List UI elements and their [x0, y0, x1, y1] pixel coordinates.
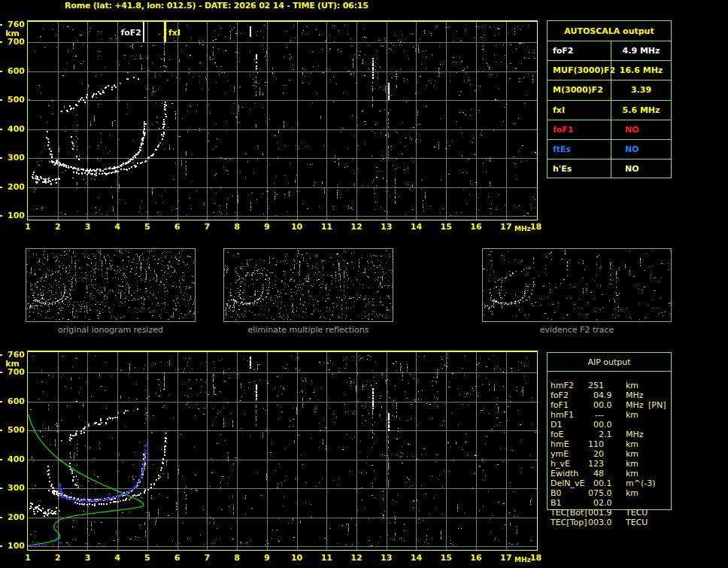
- aip-param-value-frac: .9: [604, 508, 612, 518]
- aip-param-value: 075: [588, 488, 604, 498]
- aip-row-hmf1: hmF1---km: [547, 410, 671, 420]
- aip-row-fof2: foF204.9MHz: [547, 390, 671, 400]
- y-tick-label: 700: [0, 367, 25, 377]
- aip-row-b1: B102.0: [547, 498, 671, 508]
- y-axis-edge-tick: [0, 41, 2, 43]
- autoscala-row-label: foF2: [548, 41, 611, 60]
- y-axis-edge-tick: [0, 545, 2, 547]
- aip-param-unit: km: [626, 410, 639, 420]
- aip-param-name: h_vE: [551, 459, 570, 469]
- autoscala-row-value: 4.9 MHz: [611, 41, 671, 60]
- aip-param-name: DelN_vE: [551, 478, 584, 488]
- autoscala-row-h-es: h'EsNO: [548, 159, 671, 178]
- x-tick-label: 2: [55, 222, 61, 232]
- autoscala-row-value: 16.6 MHz: [611, 61, 671, 80]
- aip-param-unit: TECU: [626, 518, 648, 527]
- x-tick-label: 10: [291, 553, 302, 563]
- aip-row-d1: D100.0: [547, 420, 671, 430]
- aip-param-name: B0: [551, 488, 562, 498]
- autoscala-row-fxi: fxI5.6 MHz: [548, 100, 671, 120]
- thumbnail-caption-eliminate: eliminate multiple reflections: [223, 325, 393, 335]
- aip-param-value-frac: .0: [604, 420, 612, 430]
- y-tick-label: 400: [0, 124, 25, 134]
- aip-param-name: foF1: [551, 400, 569, 410]
- x-tick-label: 14: [411, 553, 422, 563]
- aip-param-name: hmE: [551, 439, 569, 449]
- autoscala-screen: Rome (lat: +41.8, lon: 012.5) - DATE: 20…: [0, 0, 728, 568]
- autoscala-row-label: foF1: [548, 120, 611, 139]
- aip-row-deln-ve: DelN_vE00.1m^(-3): [547, 478, 671, 488]
- x-tick-label: 4: [114, 222, 120, 232]
- y-axis-edge-tick: [0, 354, 2, 356]
- y-tick-label: 700: [0, 37, 25, 47]
- aip-param-value: 20: [593, 449, 604, 459]
- x-tick-label: 1: [25, 553, 31, 563]
- autoscala-row-value: NO: [611, 140, 671, 159]
- x-tick-label: 4: [114, 553, 120, 563]
- aip-param-unit: km: [626, 381, 639, 390]
- aip-param-unit: km: [626, 449, 639, 459]
- autoscala-row-value: 3.39: [611, 80, 671, 99]
- x-tick-label: 2: [55, 553, 61, 563]
- aip-param-value: 48: [593, 469, 604, 478]
- aip-param-unit: MHz: [626, 400, 644, 410]
- x-tick-label: 3: [85, 222, 91, 232]
- autoscala-row-label: MUF(3000)F2: [548, 61, 611, 80]
- thumbnail-caption-evidence: evidence F2 trace: [482, 325, 672, 335]
- aip-param-value: 02: [593, 498, 604, 508]
- aip-param-value: 001: [588, 508, 604, 518]
- aip-param-unit: km: [626, 439, 639, 449]
- x-tick-label: 7: [205, 553, 211, 563]
- x-tick-label: 6: [174, 222, 180, 232]
- y-axis-edge-tick: [0, 187, 2, 188]
- x-tick-label: 1: [25, 222, 31, 232]
- x-tick-label: 8: [234, 553, 240, 563]
- autoscala-row-value: NO: [611, 120, 671, 139]
- autoscala-row-label: M(3000)F2: [548, 80, 611, 99]
- x-tick-label: 18: [530, 222, 541, 232]
- aip-param-value: 110: [588, 439, 604, 449]
- x-tick-label: 16: [470, 553, 481, 563]
- autoscala-row-fof2: foF24.9 MHz: [548, 41, 671, 60]
- aip-param-unit: MHz: [626, 430, 644, 439]
- x-tick-label: 10: [291, 222, 302, 232]
- thumbnail-canvas: [26, 249, 195, 321]
- aip-param-value: 251: [588, 381, 604, 390]
- aip-param-value-frac: .1: [604, 478, 612, 488]
- aip-param-name: B1: [551, 498, 562, 508]
- x-axis-unit: MHz: [514, 225, 531, 233]
- y-tick-label: 300: [0, 153, 25, 163]
- aip-param-name: foE: [551, 430, 564, 439]
- y-axis-edge-tick: [0, 157, 2, 159]
- aip-param-name: TEC[Bot]: [551, 508, 587, 518]
- y-tick-label: 600: [0, 66, 25, 76]
- page-title: Rome (lat: +41.8, lon: 012.5) - DATE: 20…: [65, 1, 369, 11]
- x-tick-label: 16: [470, 222, 481, 232]
- y-tick-label: 200: [0, 182, 25, 192]
- x-tick-label: 3: [85, 553, 91, 563]
- aip-param-value: 123: [588, 459, 604, 469]
- x-tick-label: 12: [350, 222, 362, 232]
- aip-row-b0: B0075.0km: [547, 488, 671, 498]
- x-tick-label: 7: [205, 222, 211, 232]
- y-tick-label: 300: [0, 483, 25, 493]
- x-tick-label: 17: [500, 553, 511, 563]
- thumbnail-evidence-f2: [482, 248, 672, 322]
- autoscala-table-title: AUTOSCALA output: [548, 21, 671, 41]
- aip-param-name: hmF2: [551, 381, 574, 390]
- y-tick-label: 400: [0, 454, 25, 464]
- aip-table-rows: hmF2251kmfoF204.9MHzfoF100.0MHz[PN]hmF1-…: [547, 352, 672, 533]
- autoscala-output-table: AUTOSCALA output foF24.9 MHzMUF(3000)F21…: [547, 20, 672, 178]
- x-tick-label: 17: [500, 222, 511, 232]
- y-axis-edge-tick: [0, 71, 2, 72]
- aip-param-value-frac: .0: [604, 488, 612, 498]
- y-axis-unit: km: [0, 29, 20, 38]
- fxi-marker-label: fxI: [168, 28, 180, 38]
- x-tick-label: 11: [321, 222, 332, 232]
- aip-row-hme: hmE110km: [547, 439, 671, 449]
- aip-row-tec-bot-: TEC[Bot]001.9TECU: [547, 508, 671, 518]
- y-axis-edge-tick: [0, 99, 2, 101]
- autoscala-row-m-3000-f2: M(3000)F23.39: [548, 80, 671, 99]
- aip-param-name: D1: [551, 420, 562, 430]
- y-tick-label: 600: [0, 396, 25, 406]
